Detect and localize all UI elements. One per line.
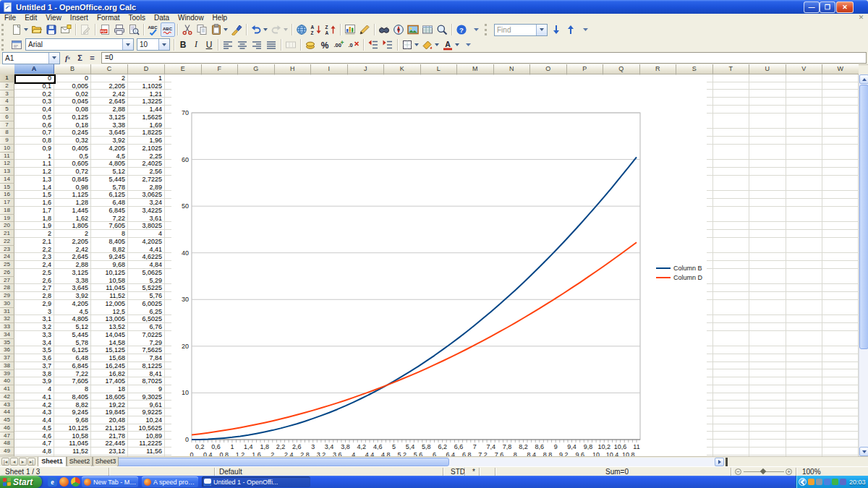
cell-C47[interactable]: 21,78 <box>91 432 127 440</box>
insert-chart-button[interactable] <box>343 22 357 37</box>
column-header-C[interactable]: C <box>91 64 128 74</box>
cell-D19[interactable]: 3,61 <box>128 215 164 223</box>
font-size-dropdown-button[interactable] <box>158 39 169 50</box>
cell-D14[interactable]: 2,7225 <box>128 176 164 184</box>
cell-A33[interactable]: 3,2 <box>14 323 54 331</box>
row-header-6[interactable]: 6 <box>0 114 14 121</box>
cell-D33[interactable]: 6,76 <box>128 323 164 331</box>
cell-D32[interactable]: 6,5025 <box>128 315 164 323</box>
page-preview-button[interactable] <box>127 22 141 37</box>
cell-B20[interactable]: 1,805 <box>54 222 90 230</box>
cell-C27[interactable]: 10,58 <box>91 277 127 285</box>
column-header-L[interactable]: L <box>421 64 458 74</box>
toolbar-overflow-button[interactable] <box>469 22 483 37</box>
cell-B43[interactable]: 8,82 <box>54 401 90 409</box>
cell-B31[interactable]: 4,5 <box>54 308 90 316</box>
cell-B30[interactable]: 4,205 <box>54 300 90 308</box>
row-header-46[interactable]: 46 <box>0 424 14 432</box>
sheet-tab-sheet2[interactable]: Sheet2 <box>67 457 93 467</box>
column-header-R[interactable]: R <box>640 64 677 74</box>
cell-B35[interactable]: 5,78 <box>54 339 90 347</box>
taskbar-task-3[interactable]: Untitled 1 - OpenOffi... <box>202 476 310 487</box>
vertical-scrollbar-thumb[interactable] <box>859 85 868 349</box>
export-pdf-button[interactable]: PDF <box>98 22 112 37</box>
cell-C6[interactable]: 3,125 <box>91 114 127 121</box>
cell-C4[interactable]: 2,645 <box>91 98 127 106</box>
print-button[interactable] <box>112 22 127 37</box>
row-header-36[interactable]: 36 <box>0 346 14 354</box>
find-replace-button[interactable] <box>377 22 391 37</box>
menu-insert[interactable]: Insert <box>66 14 93 22</box>
cell-B28[interactable]: 3,645 <box>54 284 90 292</box>
cell-D35[interactable]: 7,29 <box>128 339 164 347</box>
menu-file[interactable]: File <box>0 14 20 22</box>
zoom-slider-marker[interactable] <box>760 468 766 474</box>
format-paintbrush-button[interactable] <box>229 22 244 37</box>
cell-C15[interactable]: 5,78 <box>91 184 127 192</box>
cell-D8[interactable]: 1,8225 <box>128 129 164 137</box>
cell-C46[interactable]: 21,125 <box>91 424 127 432</box>
decrease-indent-button[interactable] <box>366 38 380 52</box>
cell-C21[interactable]: 8 <box>91 230 127 238</box>
column-header-D[interactable]: D <box>128 64 165 74</box>
row-header-35[interactable]: 35 <box>0 339 14 347</box>
cell-C9[interactable]: 3,92 <box>91 137 127 145</box>
cell-B10[interactable]: 0,405 <box>54 145 90 153</box>
sort-ascending-button[interactable]: AZ <box>309 22 323 37</box>
cell-A18[interactable]: 1,7 <box>14 207 54 215</box>
cell-D1[interactable]: 1 <box>128 74 164 82</box>
row-header-23[interactable]: 23 <box>0 246 14 254</box>
cell-D3[interactable]: 1,21 <box>128 90 164 98</box>
column-header-S[interactable]: S <box>676 64 713 74</box>
cell-C38[interactable]: 16,245 <box>91 362 127 370</box>
name-box-dropdown-button[interactable] <box>48 53 59 64</box>
cell-C16[interactable]: 6,125 <box>91 191 127 199</box>
cell-C28[interactable]: 11,045 <box>91 284 127 292</box>
cell-B4[interactable]: 0,045 <box>54 98 90 106</box>
align-right-button[interactable] <box>250 38 264 52</box>
cell-C31[interactable]: 12,5 <box>91 308 127 316</box>
menu-edit[interactable]: Edit <box>20 14 41 22</box>
cell-D37[interactable]: 7,84 <box>128 354 164 362</box>
row-header-43[interactable]: 43 <box>0 401 14 409</box>
cell-D23[interactable]: 4,41 <box>128 246 164 254</box>
cell-C22[interactable]: 8,405 <box>91 238 127 246</box>
undo-button[interactable] <box>249 22 269 37</box>
increase-indent-button[interactable] <box>380 38 395 52</box>
row-header-45[interactable]: 45 <box>0 416 14 424</box>
cell-C40[interactable]: 17,405 <box>91 377 127 385</box>
cell-D2[interactable]: 1,1025 <box>128 82 164 90</box>
align-justified-button[interactable] <box>264 38 278 52</box>
cell-A49[interactable]: 4,8 <box>14 448 54 455</box>
email-button[interactable] <box>59 22 73 37</box>
cell-B33[interactable]: 5,12 <box>54 323 90 331</box>
cell-A31[interactable]: 3 <box>14 308 54 316</box>
cell-B37[interactable]: 6,48 <box>54 354 90 362</box>
cell-D39[interactable]: 8,41 <box>128 370 164 378</box>
column-header-I[interactable]: I <box>311 64 348 74</box>
next-sheet-button[interactable]: ▸ <box>19 458 27 466</box>
cell-B3[interactable]: 0,02 <box>54 90 90 98</box>
cell-D41[interactable]: 9 <box>128 385 164 393</box>
cell-D10[interactable]: 2,1025 <box>128 145 164 153</box>
cell-D43[interactable]: 9,61 <box>128 401 164 409</box>
cell-D28[interactable]: 5,5225 <box>128 284 164 292</box>
cell-B21[interactable]: 2 <box>54 230 90 238</box>
row-header-13[interactable]: 13 <box>0 168 14 176</box>
cell-A42[interactable]: 4,1 <box>14 393 54 401</box>
font-size-combo[interactable]: 10 <box>137 38 170 51</box>
column-header-Q[interactable]: Q <box>603 64 640 74</box>
row-header-17[interactable]: 17 <box>0 199 14 207</box>
find-dropdown-button[interactable] <box>536 25 547 35</box>
cell-B7[interactable]: 0,18 <box>54 121 90 129</box>
cell-C14[interactable]: 5,445 <box>91 176 127 184</box>
cell-C44[interactable]: 19,845 <box>91 408 127 416</box>
scroll-up-arrow[interactable] <box>859 74 868 84</box>
cell-D20[interactable]: 3,8025 <box>128 222 164 230</box>
row-header-7[interactable]: 7 <box>0 121 14 129</box>
cell-A13[interactable]: 1,2 <box>14 168 54 176</box>
row-header-39[interactable]: 39 <box>0 370 14 378</box>
cell-A28[interactable]: 2,7 <box>14 284 54 292</box>
taskbar-task-2[interactable]: A speed problem - Ph... <box>142 476 198 487</box>
font-color-button[interactable]: A <box>441 38 461 52</box>
